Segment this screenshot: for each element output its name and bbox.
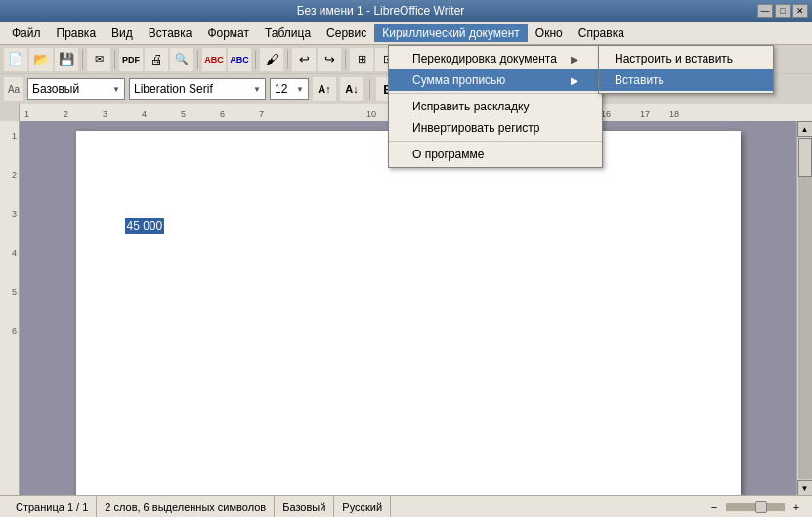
new-button[interactable]: 📄 xyxy=(4,48,27,71)
dropdown-invert-case-label: Инвертировать регистр xyxy=(412,121,539,135)
submenu-insert-label: Вставить xyxy=(615,73,664,87)
zoom-slider[interactable] xyxy=(726,503,785,511)
menu-tools[interactable]: Сервис xyxy=(319,24,374,42)
scroll-thumb[interactable] xyxy=(798,138,812,177)
maximize-button[interactable]: □ xyxy=(775,4,791,18)
title-text: Без имени 1 - LibreOffice Writer xyxy=(4,4,757,18)
ruler-mark: 5 xyxy=(181,109,186,119)
dropdown-separator2 xyxy=(389,141,602,142)
ruler-mark: 2 xyxy=(64,109,68,119)
submenu-arrow-recode: ▶ xyxy=(571,54,578,65)
save-button[interactable]: 💾 xyxy=(55,48,78,71)
cyrillic-dropdown: Перекодировка документа ▶ Сумма прописью… xyxy=(388,45,603,168)
separator xyxy=(82,50,83,69)
dropdown-fix-layout[interactable]: Исправить раскладку xyxy=(389,96,602,117)
minimize-button[interactable]: — xyxy=(757,4,773,18)
close-button[interactable]: ✕ xyxy=(792,4,808,18)
v-ruler-mark: 4 xyxy=(12,248,17,258)
style-info-section: Базовый xyxy=(275,496,334,517)
dropdown-invert-case[interactable]: Инвертировать регистр xyxy=(389,117,602,139)
ruler-corner xyxy=(0,104,20,121)
v-ruler-mark: 2 xyxy=(12,170,17,180)
menu-cyrillic[interactable]: Кириллический документ xyxy=(374,24,528,42)
font-size-dropdown[interactable]: 12 ▼ xyxy=(270,78,309,100)
dropdown-summa-label: Сумма прописью xyxy=(412,73,505,87)
scroll-up-button[interactable]: ▲ xyxy=(797,121,813,137)
menu-help[interactable]: Справка xyxy=(571,24,632,42)
redo-button[interactable]: ↪ xyxy=(318,48,341,71)
copy-format-button[interactable]: 🖌 xyxy=(260,48,283,71)
style-dropdown-arrow: ▼ xyxy=(112,85,120,94)
menu-bar: Файл Правка Вид Вставка Формат Таблица С… xyxy=(0,22,812,45)
font-dropdown[interactable]: Liberation Serif ▼ xyxy=(129,78,266,100)
scroll-down-button[interactable]: ▼ xyxy=(797,480,813,495)
open-button[interactable]: 📂 xyxy=(29,48,53,71)
v-ruler-mark: 3 xyxy=(12,209,17,219)
print-button[interactable]: 🖨 xyxy=(145,48,168,71)
email-button[interactable]: ✉ xyxy=(87,48,110,71)
v-ruler-mark: 1 xyxy=(12,131,17,141)
separator2 xyxy=(114,50,115,69)
submenu-configure-label: Настроить и вставить xyxy=(615,52,733,65)
vertical-ruler: 1 2 3 4 5 6 xyxy=(0,121,20,495)
spellcheck-button[interactable]: ABC xyxy=(202,48,226,71)
separator4 xyxy=(255,50,256,69)
submenu-arrow-summa: ▶ xyxy=(571,75,578,86)
menu-edit[interactable]: Правка xyxy=(49,24,105,42)
ruler-mark: 4 xyxy=(142,109,147,119)
title-bar: Без имени 1 - LibreOffice Writer — □ ✕ xyxy=(0,0,812,22)
ruler-mark: 7 xyxy=(259,109,264,119)
export-pdf-button[interactable]: PDF xyxy=(119,48,143,71)
separator6 xyxy=(345,50,346,69)
submenu-insert[interactable]: Вставить xyxy=(599,69,773,91)
menu-table[interactable]: Таблица xyxy=(257,24,319,42)
dropdown-about-label: О программе xyxy=(412,148,484,161)
page-area[interactable]: 45 000 xyxy=(20,121,796,495)
menu-format[interactable]: Формат xyxy=(199,24,257,42)
v-ruler-mark: 6 xyxy=(12,326,17,336)
size-decrease-button[interactable]: A↓ xyxy=(340,77,363,101)
autocorrect-button[interactable]: ABC xyxy=(228,48,251,71)
menu-view[interactable]: Вид xyxy=(104,24,141,42)
ruler-mark: 6 xyxy=(220,109,225,119)
zoom-in-icon[interactable]: + xyxy=(789,499,804,515)
style-dropdown[interactable]: Базовый ▼ xyxy=(27,78,125,100)
document-page[interactable]: 45 000 xyxy=(76,131,741,495)
ruler-mark: 1 xyxy=(24,109,29,119)
zoom-out-icon[interactable]: − xyxy=(706,499,722,515)
status-bar: Страница 1 / 1 2 слов, 6 выделенных симв… xyxy=(0,495,812,517)
vertical-scrollbar[interactable]: ▲ ▼ xyxy=(796,121,812,495)
window-controls: — □ ✕ xyxy=(757,4,808,18)
dropdown-recode[interactable]: Перекодировка документа ▶ xyxy=(389,48,602,69)
font-size-value: 12 xyxy=(275,82,287,96)
print-preview-button[interactable]: 🔍 xyxy=(170,48,193,71)
lang-info: Русский xyxy=(342,501,382,513)
words-info-section: 2 слов, 6 выделенных символов xyxy=(97,496,275,517)
font-dropdown-arrow: ▼ xyxy=(253,85,261,94)
size-dropdown-arrow: ▼ xyxy=(296,85,304,94)
submenu-configure-insert[interactable]: Настроить и вставить xyxy=(599,48,773,69)
lang-info-section: Русский xyxy=(334,496,391,517)
size-increase-button[interactable]: A↑ xyxy=(313,77,336,101)
selected-text: 45 000 xyxy=(125,218,165,234)
dropdown-summa[interactable]: Сумма прописью ▶ xyxy=(389,69,602,91)
separator5 xyxy=(287,50,288,69)
sep-f xyxy=(369,79,370,99)
undo-button[interactable]: ↩ xyxy=(292,48,316,71)
table-button[interactable]: ⊞ xyxy=(350,48,373,71)
dropdown-recode-label: Перекодировка документа xyxy=(412,52,557,65)
menu-insert[interactable]: Вставка xyxy=(141,24,200,42)
dropdown-separator xyxy=(389,93,602,94)
summa-submenu: Настроить и вставить Вставить xyxy=(598,45,774,94)
menu-file[interactable]: Файл xyxy=(4,24,49,42)
ruler-mark: 3 xyxy=(103,109,107,119)
page-info: Страница 1 / 1 xyxy=(16,501,88,513)
dropdown-fix-layout-label: Исправить раскладку xyxy=(412,100,529,113)
dropdown-about[interactable]: О программе xyxy=(389,144,602,165)
menu-window[interactable]: Окно xyxy=(528,24,571,42)
ruler-mark: 17 xyxy=(640,109,650,119)
content-area: 1 2 3 4 5 6 45 000 ▲ ▼ xyxy=(0,121,812,495)
document-content[interactable]: 45 000 xyxy=(125,219,692,233)
scroll-track[interactable] xyxy=(798,138,812,479)
page-info-section: Страница 1 / 1 xyxy=(8,496,97,517)
